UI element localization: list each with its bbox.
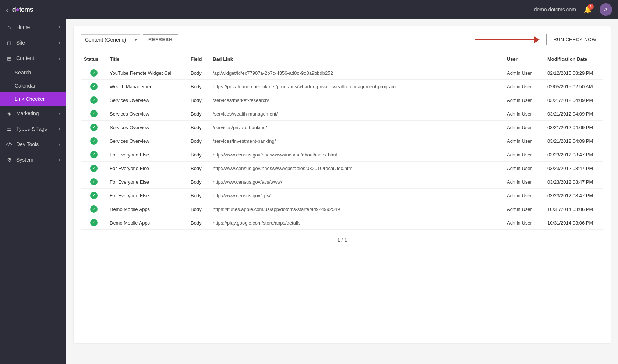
user-cell: Admin User bbox=[504, 134, 544, 148]
title-cell: For Everyone Else bbox=[107, 148, 188, 162]
table-row: ✓Demo Mobile AppsBodyhttps://play.google… bbox=[81, 216, 603, 230]
sidebar-item-calendar[interactable]: Calendar bbox=[0, 79, 66, 92]
title-cell: For Everyone Else bbox=[107, 189, 188, 202]
table-row: ✓Services OverviewBody/services/private-… bbox=[81, 121, 603, 134]
system-label: System bbox=[16, 157, 33, 163]
title-cell: Services Overview bbox=[107, 93, 188, 107]
title-cell: YouTube Remote Widget Call bbox=[107, 66, 188, 80]
run-check-button[interactable]: RUN CHECK NOW bbox=[546, 34, 603, 45]
pagination: 1 / 1 bbox=[81, 230, 603, 250]
status-cell: ✓ bbox=[81, 202, 107, 216]
user-cell: Admin User bbox=[504, 107, 544, 121]
status-check-icon: ✓ bbox=[90, 110, 98, 117]
status-cell: ✓ bbox=[81, 134, 107, 148]
status-check-icon: ✓ bbox=[90, 69, 98, 77]
title-cell: For Everyone Else bbox=[107, 162, 188, 175]
content-type-select[interactable]: Content (Generic) All Content Types Blog… bbox=[81, 34, 140, 45]
domain-label: demo.dotcms.com bbox=[534, 7, 576, 13]
refresh-button[interactable]: REFRESH bbox=[143, 34, 178, 45]
system-icon: ⚙ bbox=[6, 157, 13, 163]
dev-tools-caret: ▾ bbox=[59, 142, 60, 146]
col-user: User bbox=[504, 53, 544, 66]
field-cell: Body bbox=[188, 134, 210, 148]
status-check-icon: ✓ bbox=[90, 178, 98, 185]
sidebar-item-home[interactable]: ⌂ Home ▾ bbox=[0, 19, 66, 35]
user-cell: Admin User bbox=[504, 121, 544, 134]
annotation-arrow-container bbox=[475, 36, 540, 43]
user-cell: Admin User bbox=[504, 80, 544, 93]
mod-date-cell: 03/23/2012 08:47 PM bbox=[544, 175, 603, 189]
mod-date-cell: 03/21/2012 04:09 PM bbox=[544, 121, 603, 134]
link-checker-table: Status Title Field Bad Link User Modific… bbox=[81, 53, 603, 230]
content-type-select-wrapper: Content (Generic) All Content Types Blog… bbox=[81, 34, 140, 45]
col-mod-date: Modification Date bbox=[544, 53, 603, 66]
sidebar-item-system[interactable]: ⚙ System ▾ bbox=[0, 152, 66, 167]
link-checker-label: Link Checker bbox=[15, 96, 45, 102]
home-icon: ⌂ bbox=[6, 24, 13, 30]
sidebar-item-types-tags[interactable]: ☰ Types & Tags ▾ bbox=[0, 121, 66, 137]
title-cell: Services Overview bbox=[107, 107, 188, 121]
col-bad-link: Bad Link bbox=[210, 53, 504, 66]
notification-button[interactable]: 🔔 3 bbox=[582, 4, 594, 15]
status-check-icon: ✓ bbox=[90, 83, 98, 90]
col-title: Title bbox=[107, 53, 188, 66]
title-cell: For Everyone Else bbox=[107, 175, 188, 189]
col-field: Field bbox=[188, 53, 210, 66]
user-cell: Admin User bbox=[504, 66, 544, 80]
field-cell: Body bbox=[188, 202, 210, 216]
main-panel: Content (Generic) All Content Types Blog… bbox=[74, 26, 611, 343]
status-cell: ✓ bbox=[81, 80, 107, 93]
mod-date-cell: 10/31/2014 03:06 PM bbox=[544, 202, 603, 216]
marketing-label: Marketing bbox=[16, 110, 39, 116]
title-cell: Services Overview bbox=[107, 134, 188, 148]
mod-date-cell: 03/23/2012 08:47 PM bbox=[544, 189, 603, 202]
content-icon: ▤ bbox=[6, 55, 13, 61]
status-cell: ✓ bbox=[81, 93, 107, 107]
site-label: Site bbox=[16, 40, 25, 46]
home-caret: ▾ bbox=[59, 25, 60, 29]
topbar: demo.dotcms.com 🔔 3 A bbox=[66, 0, 618, 19]
title-cell: Wealth Management bbox=[107, 80, 188, 93]
status-cell: ✓ bbox=[81, 162, 107, 175]
mod-date-cell: 03/21/2012 04:09 PM bbox=[544, 107, 603, 121]
table-row: ✓For Everyone ElseBodyhttp://www.census.… bbox=[81, 148, 603, 162]
dev-tools-icon: </> bbox=[6, 142, 13, 147]
status-cell: ✓ bbox=[81, 107, 107, 121]
user-cell: Admin User bbox=[504, 148, 544, 162]
content-label: Content bbox=[16, 55, 34, 61]
field-cell: Body bbox=[188, 175, 210, 189]
status-check-icon: ✓ bbox=[90, 165, 98, 172]
bad-link-cell: http://www.census.gov/acs/www/ bbox=[210, 175, 504, 189]
marketing-caret: ▾ bbox=[59, 112, 60, 116]
sidebar-item-search[interactable]: Search bbox=[0, 66, 66, 79]
field-cell: Body bbox=[188, 107, 210, 121]
sidebar-item-content[interactable]: ▤ Content ▴ bbox=[0, 50, 66, 66]
bad-link-cell: /services/investment-banking/ bbox=[210, 134, 504, 148]
bad-link-cell: https://private.memberlink.net/programs/… bbox=[210, 80, 504, 93]
title-cell: Services Overview bbox=[107, 121, 188, 134]
user-cell: Admin User bbox=[504, 202, 544, 216]
table-row: ✓Wealth ManagementBodyhttps://private.me… bbox=[81, 80, 603, 93]
main-area: demo.dotcms.com 🔔 3 A Content (Generic) … bbox=[66, 0, 618, 364]
logo: dtcms bbox=[12, 6, 33, 14]
back-button[interactable]: ‹ bbox=[6, 6, 8, 14]
table-row: ✓Services OverviewBody/services/market-r… bbox=[81, 93, 603, 107]
status-check-icon: ✓ bbox=[90, 219, 98, 226]
sidebar-item-link-checker[interactable]: Link Checker bbox=[0, 92, 66, 106]
field-cell: Body bbox=[188, 216, 210, 230]
status-check-icon: ✓ bbox=[90, 151, 98, 158]
table-row: ✓Demo Mobile AppsBodyhttps://itunes.appl… bbox=[81, 202, 603, 216]
avatar[interactable]: A bbox=[600, 3, 612, 16]
sidebar-item-site[interactable]: ◻ Site ▾ bbox=[0, 35, 66, 50]
sidebar-item-dev-tools[interactable]: </> Dev Tools ▾ bbox=[0, 137, 66, 152]
sidebar-item-marketing[interactable]: ◈ Marketing ▾ bbox=[0, 106, 66, 121]
bad-link-cell: /services/private-banking/ bbox=[210, 121, 504, 134]
sidebar-logo: ‹ dtcms bbox=[0, 0, 66, 19]
status-cell: ✓ bbox=[81, 216, 107, 230]
table-header: Status Title Field Bad Link User Modific… bbox=[81, 53, 603, 66]
types-tags-caret: ▾ bbox=[59, 127, 60, 131]
table-row: ✓YouTube Remote Widget CallBody/api/widg… bbox=[81, 66, 603, 80]
user-cell: Admin User bbox=[504, 175, 544, 189]
avatar-initials: A bbox=[604, 7, 607, 13]
marketing-icon: ◈ bbox=[6, 110, 13, 116]
